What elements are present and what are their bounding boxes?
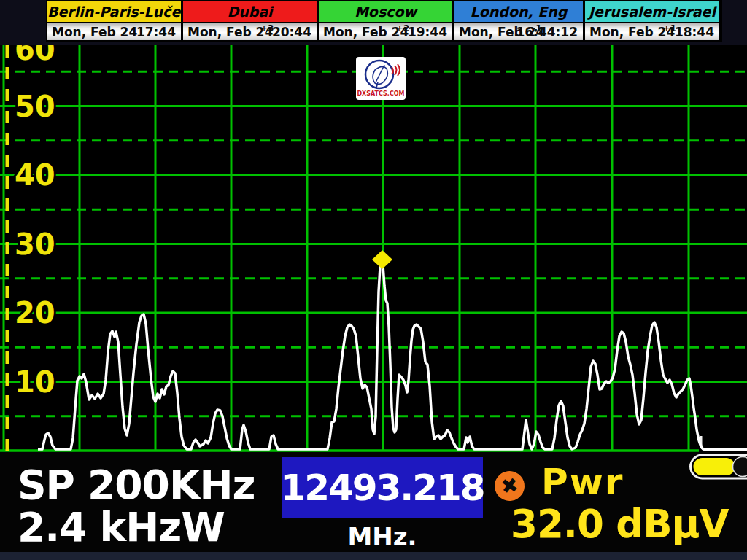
toggle-pill-icon bbox=[689, 452, 747, 483]
city-time-row: Mon, Feb 24 -1 16:44:12 bbox=[454, 23, 583, 40]
close-icon[interactable]: ✖ bbox=[492, 469, 526, 502]
power-value: 32.0 dBµV bbox=[511, 505, 729, 543]
spectrum-trace bbox=[38, 263, 747, 449]
city-time-row: Mon, Feb 24 +1 18:44 bbox=[585, 23, 719, 40]
city-time: 17:44 bbox=[136, 25, 176, 39]
city-date: Mon, Feb 24 bbox=[52, 25, 137, 39]
world-clock-table: Berlin-Paris-Lučenec Mon, Feb 24 17:44 D… bbox=[46, 0, 722, 42]
city-time: 19:44 bbox=[408, 25, 447, 39]
y-axis-label: 10 bbox=[15, 365, 55, 399]
y-axis-label: 30 bbox=[15, 228, 55, 261]
clock-cell-london: London, Eng Mon, Feb 24 -1 16:44:12 bbox=[454, 1, 583, 40]
corner-frame bbox=[701, 436, 747, 450]
clock-cell-moscow: Moscow Mon, Feb 24 +2 19:44 bbox=[319, 1, 452, 40]
city-time-row: Mon, Feb 24 17:44 bbox=[47, 23, 181, 40]
spectrum-plot: 605040302010 DXSATCS.COM bbox=[0, 45, 747, 454]
city-name: Berlin-Paris-Lučenec bbox=[47, 1, 181, 23]
peak-marker[interactable] bbox=[372, 250, 392, 269]
y-axis-label: 60 bbox=[15, 45, 55, 66]
y-axis-label: 50 bbox=[15, 90, 55, 123]
frequency-value: 12493.218 bbox=[280, 467, 484, 509]
frequency-unit: MHz. bbox=[282, 522, 483, 551]
satmeter-screen: Berlin-Paris-Lučenec Mon, Feb 24 17:44 D… bbox=[0, 0, 747, 560]
power-label: Pwr bbox=[541, 464, 624, 500]
city-time: 16:44:12 bbox=[516, 25, 578, 39]
clock-cell-jerusalem: Jerusalem-Israel Mon, Feb 24 +1 18:44 bbox=[585, 1, 719, 40]
y-axis-label: 20 bbox=[15, 296, 55, 330]
dxsatcs-logo: DXSATCS.COM bbox=[356, 57, 406, 100]
frequency-field[interactable]: 12493.218 bbox=[282, 457, 483, 518]
bandwidth-setting: 2.4 kHzW bbox=[18, 508, 225, 548]
city-time-row: Mon, Feb 24 +3 20:44 bbox=[183, 23, 317, 40]
city-time: 18:44 bbox=[675, 25, 714, 39]
city-name: Moscow bbox=[319, 1, 452, 23]
toggle-switch[interactable] bbox=[689, 452, 747, 483]
city-time-row: Mon, Feb 24 +2 19:44 bbox=[319, 23, 452, 40]
logo-text: DXSATCS.COM bbox=[357, 90, 404, 97]
spectrum-chart: 605040302010 bbox=[0, 45, 747, 454]
world-clock-bar: Berlin-Paris-Lučenec Mon, Feb 24 17:44 D… bbox=[0, 0, 747, 45]
bottom-edge-strip bbox=[0, 552, 747, 560]
y-axis-label: 40 bbox=[15, 158, 55, 192]
city-name: Jerusalem-Israel bbox=[585, 1, 719, 23]
clock-cell-dubai: Dubai Mon, Feb 24 +3 20:44 bbox=[183, 1, 317, 40]
satellite-dish-icon: DXSATCS.COM bbox=[357, 58, 404, 98]
clock-cell-berlin: Berlin-Paris-Lučenec Mon, Feb 24 17:44 bbox=[47, 1, 181, 40]
city-name: London, Eng bbox=[454, 1, 583, 23]
city-time: 20:44 bbox=[272, 25, 311, 39]
readout-bar: SP 200KHz 2.4 kHzW 12493.218 MHz. ✖ Pwr … bbox=[0, 452, 747, 560]
city-name: Dubai bbox=[183, 1, 317, 23]
span-setting: SP 200KHz bbox=[18, 465, 255, 505]
city-date: Mon, Feb 24 bbox=[589, 25, 675, 39]
